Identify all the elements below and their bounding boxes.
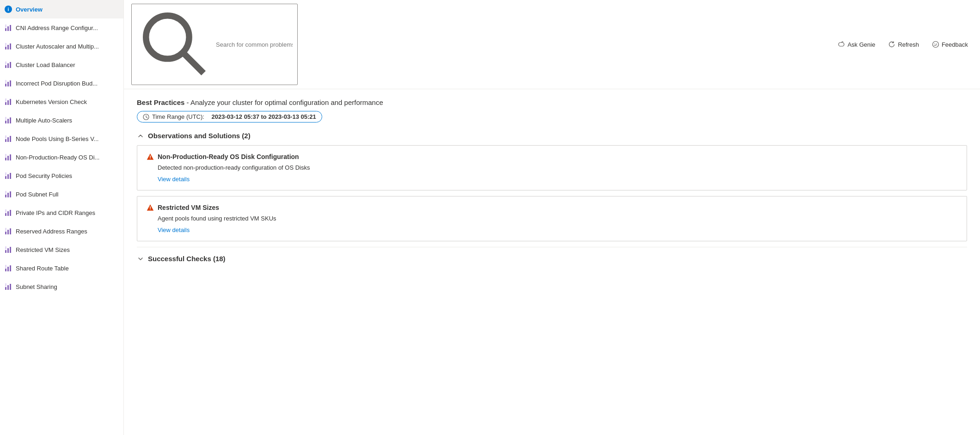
chart-icon bbox=[5, 98, 12, 105]
sidebar-item-poddisruption[interactable]: Incorrect Pod Disruption Bud... bbox=[0, 74, 123, 92]
refresh-icon bbox=[888, 41, 895, 48]
svg-rect-57 bbox=[7, 285, 9, 290]
obs-card-view-details-link[interactable]: View details bbox=[147, 227, 957, 233]
main-panel: Ask Genie Refresh Feedback Best Practice… bbox=[124, 0, 980, 435]
svg-rect-10 bbox=[10, 62, 11, 68]
chart-icon bbox=[5, 283, 12, 290]
observations-cards-container: Non-Production-Ready OS Disk Configurati… bbox=[137, 145, 967, 241]
svg-rect-53 bbox=[7, 267, 9, 271]
svg-line-61 bbox=[184, 54, 204, 74]
svg-rect-21 bbox=[7, 119, 9, 123]
feedback-button[interactable]: Feedback bbox=[927, 38, 973, 50]
sidebar-item-cni[interactable]: CNI Address Range Configur... bbox=[0, 18, 123, 37]
sidebar-item-reservedaddress[interactable]: Reserved Address Ranges bbox=[0, 222, 123, 240]
info-icon: i bbox=[5, 6, 12, 13]
page-header: Best Practices - Analyze your cluster fo… bbox=[137, 98, 967, 123]
svg-rect-23 bbox=[5, 117, 6, 120]
obs-card-header: Non-Production-Ready OS Disk Configurati… bbox=[147, 153, 957, 160]
observations-section-header[interactable]: Observations and Solutions (2) bbox=[137, 132, 967, 140]
successful-chevron-icon bbox=[137, 255, 144, 263]
chart-icon bbox=[5, 80, 12, 87]
svg-rect-45 bbox=[7, 230, 9, 234]
sidebar-item-label: Non-Production-Ready OS Di... bbox=[16, 154, 99, 161]
sidebar-item-kubernetesversion[interactable]: Kubernetes Version Check bbox=[0, 92, 123, 111]
chart-icon bbox=[5, 264, 12, 272]
chart-icon bbox=[5, 24, 12, 31]
sidebar-item-label: Node Pools Using B-Series V... bbox=[16, 135, 98, 142]
sidebar-item-label: Restricted VM Sizes bbox=[16, 246, 70, 253]
sidebar-item-subnetsharing[interactable]: Subnet Sharing bbox=[0, 277, 123, 296]
ask-genie-button[interactable]: Ask Genie bbox=[833, 38, 880, 50]
svg-rect-51 bbox=[5, 246, 6, 250]
sidebar-item-label: Reserved Address Ranges bbox=[16, 228, 87, 235]
svg-rect-11 bbox=[5, 61, 6, 65]
sidebar-item-label: Subnet Sharing bbox=[16, 283, 57, 290]
obs-card-obs1: Non-Production-Ready OS Disk Configurati… bbox=[137, 145, 967, 190]
obs-card-description: Detected non-production-ready configurat… bbox=[147, 164, 957, 171]
clock-icon bbox=[143, 114, 149, 120]
sidebar-item-overview[interactable]: iOverview bbox=[0, 0, 123, 18]
svg-rect-44 bbox=[5, 232, 6, 234]
observations-section-title: Observations and Solutions (2) bbox=[148, 132, 251, 140]
svg-rect-2 bbox=[10, 25, 11, 31]
successful-section-header[interactable]: Successful Checks (18) bbox=[137, 255, 967, 263]
sidebar-item-nonproduction[interactable]: Non-Production-Ready OS Di... bbox=[0, 148, 123, 166]
obs-card-title: Non-Production-Ready OS Disk Configurati… bbox=[158, 153, 299, 160]
svg-rect-43 bbox=[5, 209, 6, 213]
chart-icon bbox=[5, 153, 12, 161]
svg-rect-41 bbox=[7, 211, 9, 216]
svg-rect-40 bbox=[5, 213, 6, 216]
sidebar-item-loadbalancer[interactable]: Cluster Load Balancer bbox=[0, 55, 123, 74]
genie-icon bbox=[838, 41, 845, 48]
sidebar-item-label: Overview bbox=[16, 6, 43, 13]
svg-rect-15 bbox=[5, 80, 6, 83]
sidebar-item-restrictedvm[interactable]: Restricted VM Sizes bbox=[0, 240, 123, 259]
sidebar-item-autoscaler[interactable]: Cluster Autoscaler and Multip... bbox=[0, 37, 123, 55]
sidebar-item-podsecurity[interactable]: Pod Security Policies bbox=[0, 166, 123, 185]
search-input[interactable] bbox=[216, 41, 293, 48]
chart-icon bbox=[5, 61, 12, 68]
time-range-badge[interactable]: Time Range (UTC): 2023-03-12 05:37 to 20… bbox=[137, 111, 322, 123]
successful-section-title: Successful Checks (18) bbox=[148, 255, 226, 263]
svg-rect-24 bbox=[5, 139, 6, 142]
sidebar-item-autoscalers[interactable]: Multiple Auto-Scalers bbox=[0, 111, 123, 129]
time-range-prefix: Time Range (UTC): bbox=[152, 113, 204, 120]
svg-rect-47 bbox=[5, 228, 6, 231]
refresh-button[interactable]: Refresh bbox=[883, 38, 924, 50]
svg-rect-37 bbox=[7, 193, 9, 197]
svg-point-60 bbox=[146, 16, 189, 59]
chart-icon bbox=[5, 227, 12, 235]
svg-rect-62 bbox=[839, 43, 844, 46]
sidebar-item-label: Kubernetes Version Check bbox=[16, 98, 87, 105]
page-title-line: Best Practices - Analyze your cluster fo… bbox=[137, 98, 967, 106]
svg-rect-59 bbox=[5, 283, 6, 287]
feedback-icon bbox=[932, 41, 939, 48]
svg-rect-25 bbox=[7, 137, 9, 142]
sidebar: iOverview CNI Address Range Configur... … bbox=[0, 0, 124, 435]
svg-rect-1 bbox=[7, 26, 9, 31]
search-icon bbox=[136, 6, 213, 83]
svg-rect-30 bbox=[10, 154, 11, 160]
sidebar-item-privateips[interactable]: Private IPs and CIDR Ranges bbox=[0, 203, 123, 222]
time-range-value: 2023-03-12 05:37 to 2023-03-13 05:21 bbox=[212, 113, 316, 120]
svg-rect-3 bbox=[5, 25, 6, 28]
sidebar-item-label: Cluster Autoscaler and Multip... bbox=[16, 43, 99, 50]
sidebar-item-label: Private IPs and CIDR Ranges bbox=[16, 209, 95, 216]
chart-icon bbox=[5, 135, 12, 142]
svg-rect-29 bbox=[7, 156, 9, 160]
obs-card-description: Agent pools found using restricted VM SK… bbox=[147, 215, 957, 222]
sidebar-item-podsubnet[interactable]: Pod Subnet Full bbox=[0, 185, 123, 203]
observations-chevron-icon bbox=[137, 132, 144, 140]
sidebar-item-label: Multiple Auto-Scalers bbox=[16, 117, 72, 124]
svg-point-67 bbox=[150, 158, 151, 159]
svg-rect-50 bbox=[10, 247, 11, 253]
svg-rect-34 bbox=[10, 173, 11, 179]
svg-rect-9 bbox=[7, 63, 9, 68]
svg-rect-12 bbox=[5, 84, 6, 86]
svg-rect-54 bbox=[10, 265, 11, 271]
sidebar-item-sharedroute[interactable]: Shared Route Table bbox=[0, 259, 123, 277]
svg-point-63 bbox=[932, 42, 938, 48]
obs-card-view-details-link[interactable]: View details bbox=[147, 176, 957, 183]
search-box[interactable] bbox=[131, 4, 298, 85]
sidebar-item-nodepools[interactable]: Node Pools Using B-Series V... bbox=[0, 129, 123, 148]
